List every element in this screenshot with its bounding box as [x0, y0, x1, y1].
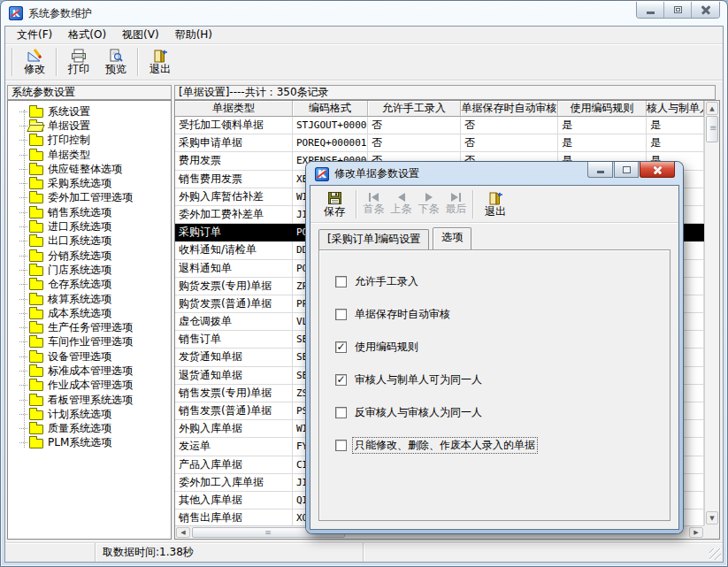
checkbox-row[interactable]: 反审核人与审核人为同一人: [335, 405, 670, 420]
column-header[interactable]: 编码格式: [293, 101, 368, 117]
checkbox[interactable]: ✓: [335, 374, 347, 386]
sidebar-item[interactable]: 成本系统选项: [8, 306, 171, 320]
checkbox-row[interactable]: 单据保存时自动审核: [335, 307, 670, 322]
save-button[interactable]: 保存: [316, 188, 353, 221]
scroll-right-icon[interactable]: ▶: [689, 527, 703, 538]
print-button[interactable]: 打印: [60, 46, 97, 79]
dialog-exit-button[interactable]: 退出: [477, 188, 514, 221]
nav-first-button[interactable]: 首条: [360, 188, 387, 221]
dialog-window-controls: [587, 162, 675, 178]
nav-last-button[interactable]: 最后: [442, 188, 470, 221]
sidebar-item[interactable]: 作业成本管理选项: [8, 379, 171, 393]
tree-connector: [19, 299, 27, 300]
sidebar-item[interactable]: 分销系统选项: [8, 249, 171, 263]
exit-button[interactable]: 退出: [142, 46, 179, 79]
save-label: 保存: [324, 206, 345, 218]
checkbox[interactable]: [335, 407, 347, 418]
table-row[interactable]: 采购申请单据POREQ+000001否否是是: [175, 134, 704, 152]
sidebar-item[interactable]: 进口系统选项: [8, 219, 171, 234]
close-button[interactable]: [692, 2, 719, 18]
sidebar-item[interactable]: PLM系统选项: [8, 436, 171, 450]
status-bar: 取数据时间:1.38秒: [5, 542, 723, 562]
dialog-maximize-button[interactable]: [614, 162, 639, 178]
checkbox[interactable]: [335, 276, 347, 287]
checkbox-row[interactable]: ✓使用编码规则: [335, 340, 670, 355]
folder-icon: [29, 151, 43, 161]
checkbox[interactable]: [335, 440, 347, 451]
column-header[interactable]: 单据类型: [175, 101, 293, 117]
sidebar-item[interactable]: 委外加工管理选项: [8, 191, 171, 205]
sidebar-item-label: 打印控制: [48, 133, 90, 148]
sidebar-item[interactable]: 计划系统选项: [8, 407, 171, 421]
checkbox[interactable]: [335, 309, 347, 320]
sidebar-item[interactable]: 生产任务管理选项: [8, 320, 171, 334]
minimize-button[interactable]: [637, 2, 664, 18]
sidebar-item[interactable]: 单据类型: [8, 148, 171, 162]
table-row[interactable]: 受托加工领料单据STJGOUT+000001否否是是: [175, 117, 704, 134]
vertical-scrollbar[interactable]: ▲ ▼: [704, 101, 719, 525]
tab-options[interactable]: 选项: [433, 227, 471, 249]
sidebar-item[interactable]: 门店系统选项: [8, 263, 171, 277]
scroll-up-icon[interactable]: ▲: [706, 102, 718, 115]
nav-next-button[interactable]: 下条: [415, 188, 442, 221]
tree-connector: [19, 212, 27, 213]
sidebar-item[interactable]: 仓存系统选项: [8, 278, 171, 292]
nav-prev-button[interactable]: 上条: [387, 188, 415, 221]
dialog-minimize-button[interactable]: [587, 162, 613, 178]
tree-connector: [19, 428, 27, 429]
sidebar-item[interactable]: 采购系统选项: [8, 176, 171, 190]
checkbox-row[interactable]: 只能修改、删除、作废本人录入的单据: [335, 438, 670, 453]
table-cell: 收料通知/请检单: [175, 241, 293, 259]
folder-icon: [29, 338, 43, 348]
preview-button[interactable]: 预览: [97, 46, 134, 79]
modify-button[interactable]: 修改: [16, 46, 53, 79]
tab-coding-settings[interactable]: [采购订单]编码设置: [318, 229, 429, 249]
toolbar: 修改 打印 预览 退出: [5, 44, 723, 80]
sidebar-item[interactable]: 出口系统选项: [8, 234, 171, 249]
column-header[interactable]: 核人与制单人: [647, 101, 704, 117]
sidebar-item-label: 进口系统选项: [48, 219, 111, 234]
column-header[interactable]: 使用编码规则: [558, 101, 647, 117]
toolbar-separator: [356, 190, 357, 218]
folder-icon: [29, 295, 43, 305]
sidebar-item[interactable]: 打印控制: [8, 134, 171, 148]
table-cell: 发货通知单据: [175, 349, 293, 366]
scroll-down-icon[interactable]: ▼: [706, 511, 718, 525]
sidebar-item[interactable]: 看板管理系统选项: [8, 393, 171, 407]
sidebar-item[interactable]: 设备管理选项: [8, 349, 171, 364]
column-header[interactable]: 允许手工录入: [368, 101, 461, 117]
resize-grip[interactable]: [709, 548, 721, 560]
vertical-scroll-thumb[interactable]: [706, 116, 718, 142]
column-header[interactable]: 单据保存时自动审核: [461, 101, 558, 117]
menu-view[interactable]: 视图(V): [114, 26, 167, 44]
table-cell: 否: [368, 134, 461, 152]
sidebar-item-label: 核算系统选项: [48, 292, 111, 307]
menu-format[interactable]: 格式(O): [60, 26, 114, 44]
table-caption: [单据设置]----共计：350条记录: [174, 85, 716, 100]
sidebar-item[interactable]: 销售系统选项: [8, 205, 171, 219]
dialog-close-button[interactable]: [640, 162, 675, 178]
tree-connector: [19, 385, 27, 386]
sidebar-item[interactable]: 标准成本管理选项: [8, 364, 171, 378]
tree-connector: [19, 414, 27, 415]
sidebar-item[interactable]: 供应链整体选项: [8, 162, 171, 176]
scroll-left-icon[interactable]: ◀: [176, 527, 190, 538]
checkbox-row[interactable]: ✓审核人与制单人可为同一人: [335, 372, 670, 387]
table-cell: 是: [558, 134, 647, 152]
sidebar-item[interactable]: 系统设置: [8, 104, 171, 119]
sidebar-item[interactable]: 车间作业管理选项: [8, 335, 171, 349]
folder-icon: [29, 410, 43, 420]
table-cell: 外购入库暂估补差: [175, 188, 293, 206]
sidebar-item[interactable]: 质量系统选项: [8, 422, 171, 436]
sidebar-item[interactable]: 单据设置: [8, 119, 171, 133]
sidebar-item[interactable]: 核算系统选项: [8, 292, 171, 306]
checkbox[interactable]: ✓: [335, 341, 347, 353]
menu-help[interactable]: 帮助(H): [167, 26, 220, 44]
checkbox-row[interactable]: 允许手工录入: [335, 274, 670, 289]
modify-dialog: K 修改单据参数设置 保存 首条 上条: [306, 162, 683, 533]
table-cell: POREQ+000001: [293, 134, 368, 152]
sidebar-item-label: 单据类型: [48, 148, 90, 163]
folder-icon: [29, 353, 43, 363]
menu-file[interactable]: 文件(F): [9, 26, 60, 44]
restore-button[interactable]: [664, 2, 692, 18]
